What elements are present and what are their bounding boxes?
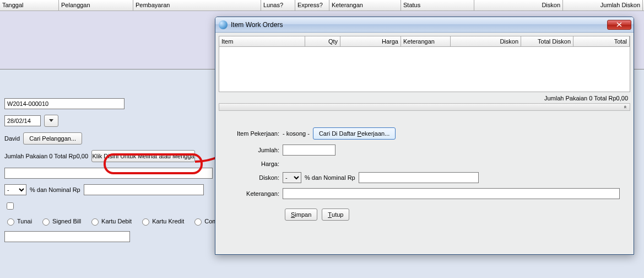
order-number-input[interactable]	[4, 98, 125, 109]
keterangan-label: Keterangan:	[224, 190, 279, 197]
pay-debit-label[interactable]: Kartu Debit	[89, 217, 132, 226]
dlg-col-qty[interactable]: Qty	[305, 36, 340, 46]
dlg-col-totaldiskon[interactable]: Total Diskon	[521, 36, 573, 46]
dialog-titlebar[interactable]: Item Work Orders	[215, 17, 634, 33]
pay-credit-label[interactable]: Kartu Kredit	[139, 217, 184, 226]
date-input[interactable]	[4, 115, 41, 126]
pay-signedbill-label[interactable]: Signed Bill	[40, 217, 81, 226]
view-items-button[interactable]: Klik Disini Untuk Melihat atau Mengga	[91, 150, 195, 162]
dlg-col-keterangan[interactable]: Keterangan	[401, 36, 451, 46]
col-header-jumlah-diskon[interactable]: Jumlah Diskon	[563, 0, 643, 10]
dialog-summary: Jumlah Pakaian 0 Total Rp0,00	[219, 92, 630, 103]
dlg-col-item[interactable]: Item	[219, 36, 305, 46]
dialog-close-button[interactable]	[607, 20, 631, 30]
col-header-diskon[interactable]: Diskon	[474, 0, 563, 10]
diskon-label: Diskon:	[224, 174, 279, 181]
dialog-app-icon	[219, 20, 228, 29]
discount-label: % dan Nominal Rp	[30, 186, 80, 193]
jumlah-label: Jumlah:	[224, 147, 279, 153]
item-work-orders-dialog: Item Work Orders Item Qty Harga Keterang…	[215, 17, 634, 255]
col-header-keterangan[interactable]: Keterangan	[329, 0, 401, 10]
dialog-title: Item Work Orders	[231, 21, 283, 29]
main-table-header: Tanggal Pelanggan Pembayaran Lunas? Expr…	[0, 0, 644, 11]
find-customer-button[interactable]: Cari Pelanggan...	[23, 132, 82, 145]
pay-tunai-radio[interactable]	[7, 218, 14, 226]
dialog-table-header: Item Qty Harga Keterangan Diskon Total D…	[219, 36, 630, 47]
dlg-col-diskon[interactable]: Diskon	[451, 36, 521, 46]
customer-name: David	[4, 135, 20, 142]
item-value: - kosong -	[283, 130, 310, 137]
extra-input[interactable]	[4, 231, 130, 242]
dialog-form: Item Pekerjaan: - kosong - Cari Di Dafta…	[219, 111, 630, 226]
discount-nominal-input[interactable]	[84, 184, 204, 195]
pay-tunai-label[interactable]: Tunai	[4, 217, 32, 226]
date-dropdown-button[interactable]	[44, 115, 58, 127]
diskon-nominal-input[interactable]	[359, 172, 479, 183]
chevron-down-icon	[49, 119, 53, 122]
dlg-col-total[interactable]: Total	[573, 36, 630, 46]
pay-signedbill-radio[interactable]	[42, 218, 50, 226]
notes-input[interactable]	[4, 168, 213, 179]
paid-checkbox[interactable]	[7, 202, 14, 210]
pay-credit-radio[interactable]	[142, 218, 149, 226]
diskon-select[interactable]: -	[283, 172, 301, 183]
items-summary: Jumlah Pakaian 0 Total Rp0,00	[4, 153, 88, 159]
col-header-lunas[interactable]: Lunas?	[261, 0, 295, 10]
simpan-button[interactable]: Simpan	[285, 209, 317, 221]
keterangan-input[interactable]	[283, 188, 620, 199]
search-job-button[interactable]: Cari Di Daftar Pekerjaan...	[313, 127, 396, 140]
jumlah-input[interactable]	[283, 145, 335, 156]
dialog-grid-body[interactable]	[219, 47, 630, 92]
col-header-tanggal[interactable]: Tanggal	[0, 0, 59, 10]
col-header-status[interactable]: Status	[401, 0, 474, 10]
col-header-pelanggan[interactable]: Pelanggan	[59, 0, 133, 10]
pay-debit-radio[interactable]	[91, 218, 99, 226]
discount-select[interactable]: -	[4, 184, 26, 195]
close-icon	[616, 22, 622, 27]
item-label: Item Pekerjaan:	[224, 130, 279, 137]
col-header-pembayaran[interactable]: Pembayaran	[133, 0, 261, 10]
pay-compl-radio[interactable]	[194, 218, 202, 226]
tutup-button[interactable]: Tutup	[322, 209, 349, 221]
harga-label: Harga:	[224, 161, 279, 167]
col-header-express[interactable]: Express?	[295, 0, 329, 10]
dlg-col-harga[interactable]: Harga	[340, 36, 401, 46]
chevron-up-icon: «	[621, 105, 628, 108]
dialog-collapse-bar[interactable]: «	[219, 103, 630, 111]
diskon-suffix: % dan Nominal Rp	[305, 174, 355, 181]
